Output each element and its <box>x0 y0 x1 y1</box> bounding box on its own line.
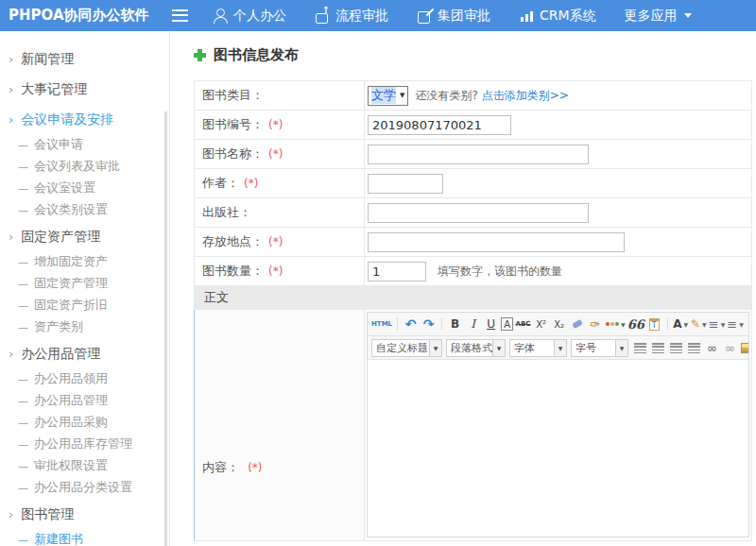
nav-item-workflow-approval[interactable]: 流程审批 <box>315 8 388 25</box>
author-input[interactable] <box>368 174 443 194</box>
dash-icon: — <box>18 299 28 312</box>
sidebar-item[interactable]: —固定资产管理 <box>0 272 169 294</box>
blockquote-icon[interactable]: 66 <box>627 316 644 333</box>
page-title: 图书信息发布 <box>194 45 756 64</box>
sidebar-item[interactable]: —新建图书 <box>0 528 169 546</box>
selected-option: 文学 <box>371 87 396 104</box>
unordered-list-icon[interactable]: ≡▼ <box>727 316 744 333</box>
sidebar-item-label: 固定资产管理 <box>34 276 108 290</box>
align-justify-icon[interactable] <box>686 340 702 356</box>
link-icon[interactable]: ∞ <box>704 340 720 356</box>
book-category-select[interactable]: 文学▼ <box>368 86 408 106</box>
sidebar-item[interactable]: ›大事记管理 <box>0 76 169 103</box>
edit-icon <box>417 9 432 23</box>
field-label: 图书名称： <box>202 146 264 161</box>
dash-icon: — <box>18 182 28 195</box>
undo-icon[interactable]: ↶ <box>403 316 419 333</box>
sidebar-item[interactable]: —会议室设置 <box>0 177 169 198</box>
sidebar-item[interactable]: —固定资产折旧 <box>0 294 169 316</box>
nav-item-more-apps[interactable]: 更多应用 <box>625 8 692 25</box>
chevron-right-icon: › <box>9 507 13 521</box>
sidebar-item-label: 新闻管理 <box>21 51 74 66</box>
bold-icon[interactable]: B <box>447 316 463 333</box>
chevron-right-icon: › <box>9 52 13 66</box>
field-label: 图书类目： <box>202 88 264 102</box>
superscript-icon[interactable]: X² <box>533 316 549 333</box>
sidebar-item[interactable]: —办公用品库存管理 <box>0 433 169 454</box>
select-label: 字体 <box>510 341 554 355</box>
subscript-icon[interactable]: X₂ <box>551 316 567 333</box>
paragraph-format-select[interactable]: 段落格式▼ <box>446 339 506 357</box>
align-right-icon[interactable] <box>668 340 684 356</box>
caret-down-icon: ▼ <box>739 321 744 328</box>
chevron-right-icon: › <box>9 82 13 96</box>
sidebar-item[interactable]: ›办公用品管理 <box>0 340 169 367</box>
redo-icon[interactable]: ↷ <box>421 316 437 333</box>
strikethrough-icon[interactable]: ABC <box>515 316 531 333</box>
storage-location-input[interactable] <box>368 232 625 252</box>
sidebar-item[interactable]: —增加固定资产 <box>0 250 169 272</box>
caret-down-icon: ▼ <box>702 321 707 328</box>
caret-down-icon: ▼ <box>429 340 441 356</box>
sidebar-item[interactable]: —办公用品管理 <box>0 389 169 411</box>
eraser-icon[interactable] <box>569 316 585 333</box>
font-color-icon[interactable]: A▼ <box>673 316 689 333</box>
nav-item-personal-office[interactable]: 个人办公 <box>213 8 286 25</box>
nav-item-crm-system[interactable]: CRM系统 <box>519 8 596 25</box>
paste-icon[interactable]: T <box>646 316 662 333</box>
ordered-list-icon[interactable]: ≡▼ <box>709 316 726 333</box>
image-icon[interactable] <box>740 340 748 356</box>
sidebar-item[interactable]: —办公用品领用 <box>0 367 169 389</box>
unlink-icon[interactable]: ∞ <box>722 340 738 356</box>
book-name-input[interactable] <box>368 145 589 164</box>
sidebar-item[interactable]: ›固定资产管理 <box>0 223 169 250</box>
sidebar-item[interactable]: —办公用品采购 <box>0 411 169 433</box>
chevron-right-icon: › <box>9 230 13 244</box>
sidebar-item[interactable]: ›新闻管理 <box>0 45 169 73</box>
caret-down-icon <box>684 13 692 18</box>
sidebar-item[interactable]: ›图书管理 <box>0 501 169 528</box>
align-center-icon[interactable] <box>650 340 666 356</box>
custom-title-select[interactable]: 自定义标题▼ <box>371 339 442 357</box>
sidebar-item-label: 新建图书 <box>34 532 83 546</box>
font-size-select[interactable]: 字号▼ <box>571 339 628 357</box>
dash-icon: — <box>18 139 28 151</box>
sidebar-item[interactable]: —资产类别 <box>0 316 169 337</box>
dash-icon: — <box>18 204 28 216</box>
font-family-select[interactable]: 字体▼ <box>509 339 567 357</box>
form-table-body: 图书类目：文学▼还没有类别?点击添加类别>>图书编号：(*)图书名称：(*)作者… <box>195 81 752 286</box>
sidebar-item-label: 增加固定资产 <box>34 254 108 268</box>
book-form: 图书类目：文学▼还没有类别?点击添加类别>>图书编号：(*)图书名称：(*)作者… <box>194 80 752 541</box>
source-code-button[interactable]: HTML <box>371 316 392 333</box>
sidebar-item[interactable]: —办公用品分类设置 <box>0 476 169 498</box>
form-row: 图书数量：(*)填写数字，该图书的数量 <box>195 257 752 286</box>
sidebar-scrollbar[interactable] <box>164 111 167 546</box>
sidebar-item[interactable]: —会议类别设置 <box>0 198 169 220</box>
dash-icon: — <box>18 395 28 407</box>
format-brush-icon[interactable]: ✑ <box>587 316 603 333</box>
align-left-icon[interactable] <box>632 340 648 356</box>
editor-toolbar-row1: HTML↶↷BIUAABCX²X₂✑▼66TA▼✎▼≡▼≡▼ <box>368 313 748 336</box>
book-quantity-input[interactable] <box>368 262 426 282</box>
publisher-input[interactable] <box>368 203 589 223</box>
book-number-input[interactable] <box>368 115 511 135</box>
sidebar-item[interactable]: —会议列表及审批 <box>0 155 169 177</box>
add-category-link[interactable]: 点击添加类别>> <box>482 89 569 102</box>
emotion-icon[interactable]: ▼ <box>605 316 626 333</box>
editor-content-area[interactable] <box>368 360 748 537</box>
process-icon <box>315 9 330 23</box>
italic-icon[interactable]: I <box>465 316 481 333</box>
sidebar-item[interactable]: —审批权限设置 <box>0 454 169 476</box>
form-row: 出版社： <box>195 198 752 228</box>
rich-text-editor: HTML↶↷BIUAABCX²X₂✑▼66TA▼✎▼≡▼≡▼ 自定义标题▼段落格… <box>367 312 749 537</box>
sidebar-item[interactable]: —会议申请 <box>0 133 169 155</box>
sidebar-item[interactable]: ›会议申请及安排 <box>0 106 169 133</box>
sidebar-item-label: 固定资产管理 <box>21 229 100 244</box>
required-mark: (*) <box>268 118 283 131</box>
autotypeset-icon[interactable]: A <box>501 317 513 331</box>
user-icon <box>213 9 228 23</box>
highlight-pen-icon[interactable]: ✎▼ <box>691 316 707 333</box>
nav-item-group-approval[interactable]: 集团审批 <box>417 8 490 25</box>
underline-icon[interactable]: U <box>483 316 499 333</box>
hamburger-icon[interactable] <box>172 9 188 22</box>
